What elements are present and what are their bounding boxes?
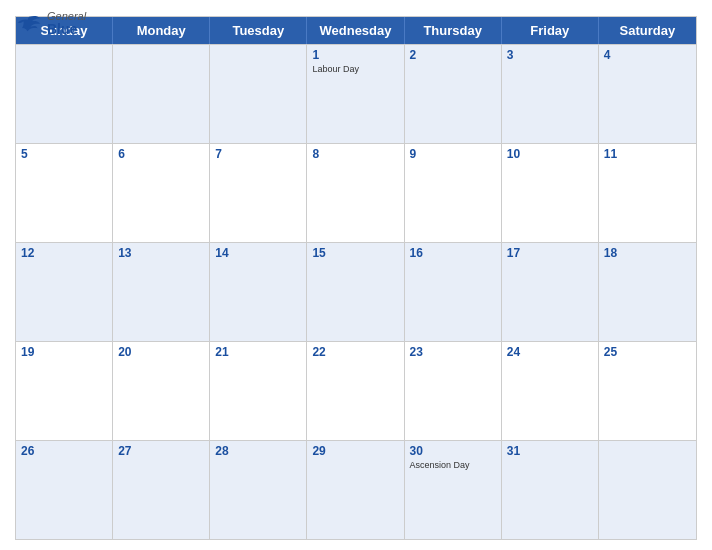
week-row-1: 1Labour Day234 [16, 44, 696, 143]
day-number: 10 [507, 147, 593, 161]
day-cell: 5 [16, 144, 113, 242]
day-number: 3 [507, 48, 593, 62]
day-number: 6 [118, 147, 204, 161]
day-cell: 19 [16, 342, 113, 440]
day-number: 4 [604, 48, 691, 62]
day-number: 14 [215, 246, 301, 260]
day-number: 1 [312, 48, 398, 62]
day-number: 8 [312, 147, 398, 161]
day-number: 15 [312, 246, 398, 260]
day-cell: 2 [405, 45, 502, 143]
day-cell: 12 [16, 243, 113, 341]
holiday-name: Labour Day [312, 64, 398, 75]
day-number: 12 [21, 246, 107, 260]
day-cell: 16 [405, 243, 502, 341]
day-number: 31 [507, 444, 593, 458]
calendar-page: General Blue SundayMondayTuesdayWednesda… [0, 0, 712, 550]
day-header-tuesday: Tuesday [210, 17, 307, 44]
day-cell: 28 [210, 441, 307, 539]
calendar-body: 1Labour Day23456789101112131415161718192… [16, 44, 696, 539]
day-number: 22 [312, 345, 398, 359]
day-cell [113, 45, 210, 143]
day-cell: 10 [502, 144, 599, 242]
day-header-saturday: Saturday [599, 17, 696, 44]
day-number: 2 [410, 48, 496, 62]
day-number: 19 [21, 345, 107, 359]
logo-icon [15, 14, 43, 34]
day-number: 30 [410, 444, 496, 458]
day-cell: 13 [113, 243, 210, 341]
day-cell: 3 [502, 45, 599, 143]
week-row-4: 19202122232425 [16, 341, 696, 440]
day-number: 5 [21, 147, 107, 161]
day-number: 13 [118, 246, 204, 260]
week-row-5: 2627282930Ascension Day31 [16, 440, 696, 539]
day-number: 26 [21, 444, 107, 458]
day-number: 11 [604, 147, 691, 161]
day-cell: 1Labour Day [307, 45, 404, 143]
holiday-name: Ascension Day [410, 460, 496, 471]
day-number: 23 [410, 345, 496, 359]
logo-text: General Blue [47, 10, 86, 37]
day-cell: 11 [599, 144, 696, 242]
day-cell: 21 [210, 342, 307, 440]
calendar-grid: SundayMondayTuesdayWednesdayThursdayFrid… [15, 16, 697, 540]
day-number: 18 [604, 246, 691, 260]
day-cell: 31 [502, 441, 599, 539]
day-cell: 18 [599, 243, 696, 341]
day-cell: 20 [113, 342, 210, 440]
day-cell: 29 [307, 441, 404, 539]
logo-blue-text: Blue [47, 22, 86, 37]
day-number: 21 [215, 345, 301, 359]
day-number: 17 [507, 246, 593, 260]
week-row-3: 12131415161718 [16, 242, 696, 341]
day-number: 28 [215, 444, 301, 458]
day-cell: 9 [405, 144, 502, 242]
day-cell [599, 441, 696, 539]
week-row-2: 567891011 [16, 143, 696, 242]
day-cell: 4 [599, 45, 696, 143]
day-cell: 8 [307, 144, 404, 242]
day-cell: 6 [113, 144, 210, 242]
day-header-friday: Friday [502, 17, 599, 44]
day-cell: 15 [307, 243, 404, 341]
day-cell: 7 [210, 144, 307, 242]
day-cell: 17 [502, 243, 599, 341]
day-cell: 24 [502, 342, 599, 440]
day-number: 7 [215, 147, 301, 161]
day-number: 9 [410, 147, 496, 161]
day-number: 29 [312, 444, 398, 458]
day-number: 27 [118, 444, 204, 458]
day-cell [16, 45, 113, 143]
day-header-thursday: Thursday [405, 17, 502, 44]
day-number: 24 [507, 345, 593, 359]
logo: General Blue [15, 10, 86, 37]
day-header-monday: Monday [113, 17, 210, 44]
day-number: 25 [604, 345, 691, 359]
day-number: 20 [118, 345, 204, 359]
day-cell: 25 [599, 342, 696, 440]
day-cell: 26 [16, 441, 113, 539]
day-number: 16 [410, 246, 496, 260]
day-cell: 27 [113, 441, 210, 539]
day-headers-row: SundayMondayTuesdayWednesdayThursdayFrid… [16, 17, 696, 44]
day-header-wednesday: Wednesday [307, 17, 404, 44]
day-cell [210, 45, 307, 143]
day-cell: 23 [405, 342, 502, 440]
day-cell: 30Ascension Day [405, 441, 502, 539]
day-cell: 22 [307, 342, 404, 440]
day-cell: 14 [210, 243, 307, 341]
